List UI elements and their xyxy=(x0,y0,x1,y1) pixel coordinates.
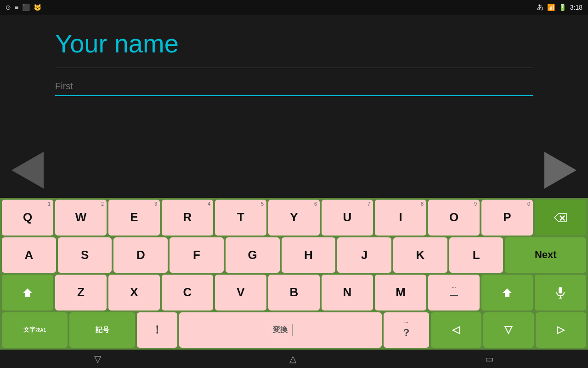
key-X[interactable]: X xyxy=(108,275,160,310)
key-K[interactable]: K xyxy=(393,237,447,273)
moji-key[interactable]: 文字花A1 xyxy=(2,312,68,348)
key-C[interactable]: C xyxy=(162,275,213,310)
key-G[interactable]: G xyxy=(226,237,280,273)
next-key[interactable]: Next xyxy=(505,237,586,273)
key-J[interactable]: J xyxy=(337,237,391,273)
main-content: Your name xyxy=(0,15,588,198)
keyboard-row-1: 1Q 2W 3E 4R 5T 6Y 7U 8I 9O 0P xyxy=(2,200,586,236)
battery-icon: 🔋 xyxy=(559,4,566,11)
status-right: あ 📶 🔋 3:18 xyxy=(537,3,582,12)
cat-icon: 🐱 xyxy=(34,4,41,11)
keyboard-row-4: 文字花A1 記号 ！ 変換 ···？ ◁ ▽ ▷ xyxy=(2,312,586,348)
keyboard: 1Q 2W 3E 4R 5T 6Y 7U 8I 9O 0P A S D F G … xyxy=(0,198,588,350)
first-name-input[interactable] xyxy=(55,77,533,96)
status-bar: ⊙ ≡ ⬛ 🐱 あ 📶 🔋 3:18 xyxy=(0,0,588,15)
key-Z[interactable]: Z xyxy=(55,275,107,310)
key-M[interactable]: M xyxy=(375,275,426,310)
backspace-key[interactable] xyxy=(535,200,586,236)
key-U[interactable]: 7U xyxy=(322,200,373,236)
key-Q[interactable]: 1Q xyxy=(2,200,53,236)
key-Y[interactable]: 6Y xyxy=(268,200,320,236)
page-title: Your name xyxy=(55,29,533,58)
key-V[interactable]: V xyxy=(215,275,266,310)
sd-icon: ⬛ xyxy=(22,4,30,11)
keyboard-row-3: Z X C V B N M ···— xyxy=(2,275,586,310)
svg-marker-2 xyxy=(23,288,32,297)
keyboard-icon: ≡ xyxy=(15,4,18,11)
space-key[interactable]: 変換 xyxy=(179,312,381,348)
key-S[interactable]: S xyxy=(58,237,112,273)
wifi-icon: 📶 xyxy=(547,4,555,11)
android-icon: ⊙ xyxy=(6,4,11,11)
back-button[interactable]: ▽ xyxy=(85,351,110,366)
mic-key[interactable] xyxy=(535,275,586,310)
ime-indicator: あ xyxy=(537,3,543,12)
key-R[interactable]: 4R xyxy=(162,200,213,236)
question-key[interactable]: ···？ xyxy=(384,312,429,348)
key-P[interactable]: 0P xyxy=(481,200,533,236)
key-A[interactable]: A xyxy=(2,237,56,273)
keyboard-row-2: A S D F G H J K L Next xyxy=(2,237,586,273)
arrow-left-key[interactable]: ◁ xyxy=(431,312,481,348)
home-button[interactable]: △ xyxy=(280,351,305,366)
exclamation-key[interactable]: ！ xyxy=(137,312,177,348)
key-W[interactable]: 2W xyxy=(55,200,107,236)
arrow-down-key[interactable]: ▽ xyxy=(483,312,534,348)
key-dash-dots[interactable]: ···— xyxy=(428,275,480,310)
svg-rect-4 xyxy=(559,287,562,293)
kigo-key[interactable]: 記号 xyxy=(69,312,135,348)
key-N[interactable]: N xyxy=(322,275,373,310)
next-arrow-button[interactable] xyxy=(542,152,579,189)
recent-apps-button[interactable]: ▭ xyxy=(476,351,503,366)
key-E[interactable]: 3E xyxy=(108,200,160,236)
shift-key-left[interactable] xyxy=(2,275,53,310)
key-H[interactable]: H xyxy=(282,237,336,273)
key-F[interactable]: F xyxy=(170,237,224,273)
shift-key-right[interactable] xyxy=(481,275,533,310)
key-B[interactable]: B xyxy=(268,275,320,310)
key-I[interactable]: 8I xyxy=(375,200,426,236)
key-T[interactable]: 5T xyxy=(215,200,266,236)
key-D[interactable]: D xyxy=(113,237,168,273)
key-L[interactable]: L xyxy=(449,237,503,273)
divider xyxy=(55,68,533,68)
left-arrow-icon xyxy=(11,152,44,189)
svg-marker-3 xyxy=(503,288,512,297)
right-arrow-icon xyxy=(544,152,577,189)
nav-bar: ▽ △ ▭ xyxy=(0,350,588,368)
prev-arrow-button[interactable] xyxy=(9,152,46,189)
clock: 3:18 xyxy=(570,4,582,11)
status-left-icons: ⊙ ≡ ⬛ 🐱 xyxy=(6,4,41,11)
key-O[interactable]: 9O xyxy=(428,200,480,236)
arrow-right-key[interactable]: ▷ xyxy=(536,312,586,348)
